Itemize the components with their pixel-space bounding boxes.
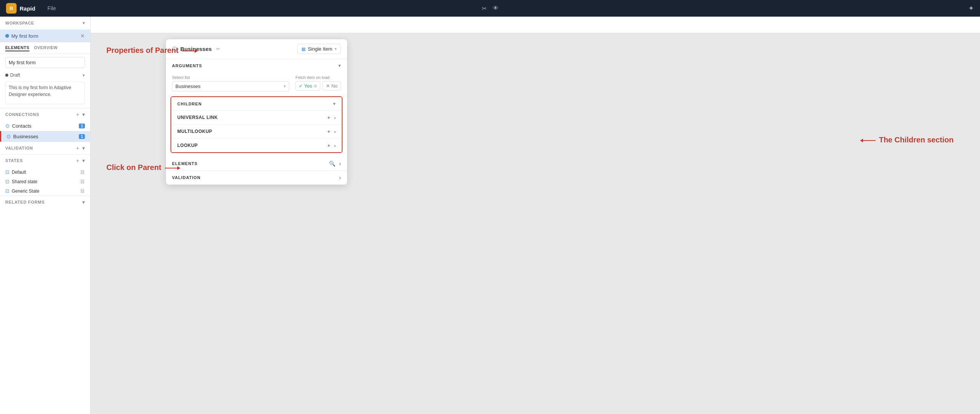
child-universal-link-add-icon[interactable]: + <box>327 115 330 120</box>
fetch-yes-label: Yes <box>304 83 312 89</box>
tools-icon[interactable]: ✂ <box>482 5 487 12</box>
child-universal-link-actions: + › <box>327 115 336 120</box>
panel-title-icon: ⬡ <box>172 45 177 53</box>
preview-icon[interactable]: 👁 <box>493 5 499 12</box>
settings-icon[interactable]: ✦ <box>968 4 974 13</box>
arguments-section-title: ARGUMENTS <box>172 64 202 68</box>
validation-collapse-icon[interactable]: ▾ <box>82 145 85 151</box>
fetch-yes-button[interactable]: ✓ Yes ⊞ <box>295 81 320 91</box>
logo-icon: R <box>6 3 17 14</box>
connection-businesses[interactable]: ⊙ Businesses 1 <box>0 131 90 142</box>
child-universal-link-nav-icon[interactable]: › <box>334 115 336 120</box>
connections-label: CONNECTIONS <box>5 112 39 117</box>
validation-row[interactable]: VALIDATION › <box>166 171 347 184</box>
states-label: STATES <box>5 158 23 163</box>
select-list-chevron-icon: ▾ <box>284 84 286 89</box>
form-close-icon[interactable]: ✕ <box>80 33 85 39</box>
related-forms-collapse-icon[interactable]: ▾ <box>82 199 85 205</box>
fetch-yes-icon: ⊞ <box>314 84 317 88</box>
states-add-icon[interactable]: + <box>76 158 79 163</box>
annotation-children-arrow <box>861 140 875 141</box>
tab-overview[interactable]: OVERVIEW <box>34 45 58 51</box>
form-item[interactable]: My first form ✕ <box>0 30 90 42</box>
state-shared[interactable]: ⊡ Shared state ⛓ <box>0 177 90 186</box>
panel-type-chevron-icon: ▾ <box>334 46 337 51</box>
child-lookup-add-icon[interactable]: + <box>327 142 330 149</box>
tab-elements[interactable]: ELEMENTS <box>5 45 29 51</box>
validation-label: VALIDATION <box>5 146 33 150</box>
validation-label: VALIDATION <box>172 175 200 180</box>
select-list-dropdown[interactable]: Businesses ▾ <box>172 81 290 91</box>
draft-label: Draft <box>10 72 20 78</box>
child-multilookup[interactable]: MULTILOOKUP + › <box>171 125 342 139</box>
panel-header: ⬡ Businesses ✏ ▦ Single Item ▾ <box>166 39 347 59</box>
related-forms-label: RELATED FORMS <box>5 200 45 205</box>
sidebar: WORKSPACE ▾ My first form ✕ ELEMENTS OVE… <box>0 17 91 414</box>
validation-nav-icon[interactable]: › <box>339 174 341 181</box>
fetch-yes-check-icon: ✓ <box>299 83 303 89</box>
state-default-link-icon[interactable]: ⛓ <box>80 169 85 175</box>
child-lookup-nav-icon[interactable]: › <box>334 143 336 149</box>
draft-dot-icon <box>5 74 8 77</box>
annotation-children: The Children section <box>859 136 954 144</box>
states-list: ⊡ Default ⛓ ⊡ Shared state ⛓ ⊡ Generic S… <box>0 167 90 196</box>
logo: R Rapid <box>6 3 35 14</box>
children-chevron-icon: ▾ <box>333 101 336 107</box>
elements-nav-icon[interactable]: › <box>339 161 341 166</box>
fetch-no-label: No <box>331 83 337 89</box>
connection-businesses-icon: ⊙ <box>6 133 11 139</box>
connection-contacts-icon: ⊙ <box>5 123 10 129</box>
panel-type-button[interactable]: ▦ Single Item ▾ <box>297 44 341 54</box>
form-description[interactable]: This is my first form in Adaptive Design… <box>5 82 85 104</box>
state-shared-name: Shared state <box>12 179 37 184</box>
state-generic[interactable]: ⊡ Generic State ⛓ <box>0 186 90 196</box>
state-default-icon: ⊡ <box>5 169 10 175</box>
children-section-header[interactable]: CHILDREN ▾ <box>171 97 342 111</box>
child-multilookup-nav-icon[interactable]: › <box>334 129 336 134</box>
workspace-chevron-icon[interactable]: ▾ <box>83 21 85 26</box>
child-universal-link[interactable]: UNIVERSAL LINK + › <box>171 111 342 125</box>
validation-header: VALIDATION + ▾ <box>0 142 90 154</box>
content-area: ⬡ Businesses ✏ ▦ Single Item ▾ ARGUMENTS… <box>91 17 980 414</box>
state-default-left: ⊡ Default <box>5 169 26 175</box>
state-default[interactable]: ⊡ Default ⛓ <box>0 167 90 177</box>
sidebar-tabs: ELEMENTS OVERVIEW <box>0 42 90 54</box>
topnav-center-icons: ✂ 👁 <box>482 5 499 12</box>
child-multilookup-name: MULTILOOKUP <box>177 129 212 134</box>
arguments-section-header[interactable]: ARGUMENTS ▾ <box>166 59 347 72</box>
draft-chevron-icon[interactable]: ▾ <box>83 73 85 78</box>
state-shared-link-icon[interactable]: ⛓ <box>80 179 85 184</box>
child-lookup[interactable]: LOOKUP + › <box>171 139 342 152</box>
connections-add-icon[interactable]: + <box>76 112 79 117</box>
panel-type-icon: ▦ <box>301 46 305 52</box>
validation-actions: › <box>339 174 341 181</box>
file-menu[interactable]: File <box>48 5 56 11</box>
properties-panel: ⬡ Businesses ✏ ▦ Single Item ▾ ARGUMENTS… <box>166 39 347 185</box>
state-generic-left: ⊡ Generic State <box>5 188 39 194</box>
validation-actions: + ▾ <box>76 145 85 151</box>
form-item-left: My first form <box>5 33 38 39</box>
children-section: CHILDREN ▾ UNIVERSAL LINK + › MULTILOOKU… <box>170 96 342 153</box>
fetch-no-x-icon: ✕ <box>326 83 330 89</box>
draft-badge: Draft <box>5 72 20 78</box>
child-multilookup-add-icon[interactable]: + <box>327 128 330 134</box>
states-collapse-icon[interactable]: ▾ <box>82 158 85 163</box>
elements-row[interactable]: ELEMENTS 🔍 › <box>166 157 347 170</box>
draft-row: Draft ▾ <box>0 71 90 79</box>
connection-contacts[interactable]: ⊙ Contacts 1 <box>0 120 90 131</box>
fetch-no-button[interactable]: ✕ No <box>323 81 341 91</box>
children-section-title: CHILDREN <box>177 102 202 106</box>
child-universal-link-name: UNIVERSAL LINK <box>177 115 218 120</box>
validation-add-icon[interactable]: + <box>76 145 79 151</box>
connections-collapse-icon[interactable]: ▾ <box>82 112 85 117</box>
panel-edit-icon[interactable]: ✏ <box>216 46 220 52</box>
form-dot-icon <box>5 34 9 38</box>
state-generic-link-icon[interactable]: ⛓ <box>80 189 85 194</box>
form-name-input[interactable] <box>5 57 85 68</box>
elements-search-icon[interactable]: 🔍 <box>329 161 335 166</box>
state-default-name: Default <box>12 169 26 175</box>
fetch-label: Fetch item on load <box>295 75 341 80</box>
workspace-label: WORKSPACE <box>5 21 34 25</box>
fetch-group: Fetch item on load ✓ Yes ⊞ ✕ No <box>295 75 341 91</box>
connection-contacts-name: Contacts <box>12 123 31 129</box>
